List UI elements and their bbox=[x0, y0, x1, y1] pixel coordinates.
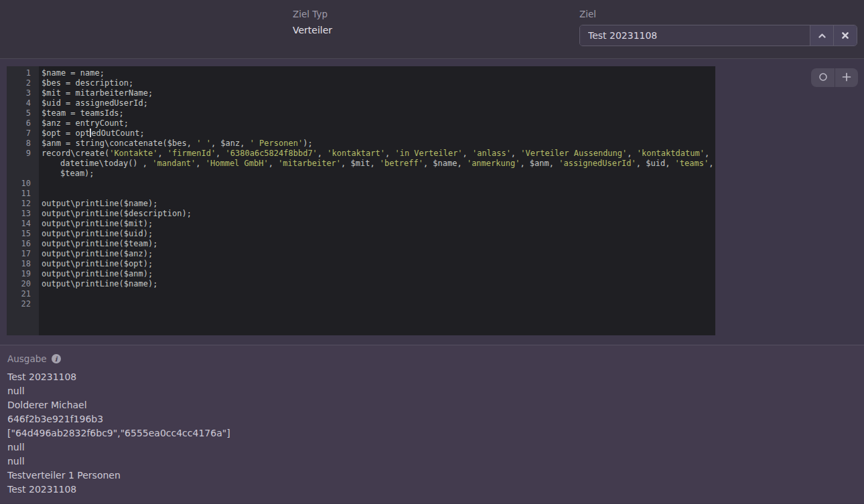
line-number: 6 bbox=[7, 118, 39, 129]
line-number: 13 bbox=[7, 209, 39, 219]
line-number: 7 bbox=[7, 129, 39, 139]
target-input[interactable] bbox=[580, 25, 810, 46]
output-line: null bbox=[7, 454, 857, 469]
code-line: 8$anm = string\concatenate($bes, ' ', $a… bbox=[7, 139, 715, 149]
output-section: Ausgabe i Test 20231108nullDolderer Mich… bbox=[0, 345, 864, 503]
code-line: 20output\printLine($name); bbox=[7, 279, 715, 289]
line-number: 19 bbox=[7, 269, 39, 279]
output-lines: Test 20231108nullDolderer Michael646f2b3… bbox=[7, 370, 857, 497]
clear-target-button[interactable] bbox=[833, 25, 857, 46]
code-line: 19output\printLine($anm); bbox=[7, 269, 715, 279]
line-number: 17 bbox=[7, 249, 39, 259]
target-type-value: Verteiler bbox=[293, 25, 332, 35]
code-line: 10 bbox=[7, 179, 715, 189]
target-input-group bbox=[579, 25, 857, 46]
info-icon: i bbox=[52, 354, 61, 363]
line-number: 2 bbox=[7, 78, 39, 88]
code-line: 11 bbox=[7, 189, 715, 199]
line-number: 20 bbox=[7, 279, 39, 289]
code-line: 3$mit = mitarbeiterName; bbox=[7, 88, 715, 98]
code-line: 16output\printLine($team); bbox=[7, 239, 715, 249]
line-number: 12 bbox=[7, 199, 39, 209]
text-cursor bbox=[90, 129, 91, 137]
code-line: 12output\printLine($name); bbox=[7, 199, 715, 209]
line-number: 15 bbox=[7, 229, 39, 239]
line-number: 8 bbox=[7, 139, 39, 149]
output-line: ["64d496ab2832f6bc9","6555ea0cc4cc4176a"… bbox=[7, 426, 857, 440]
line-number: 11 bbox=[7, 189, 39, 199]
circle-icon bbox=[818, 72, 828, 84]
code-line: 15output\printLine($uid); bbox=[7, 229, 715, 239]
code-lines: 1$name = name;2$bes = description;3$mit … bbox=[7, 68, 715, 309]
line-number: 9 bbox=[7, 149, 39, 159]
circle-button[interactable] bbox=[811, 68, 835, 87]
line-number: 16 bbox=[7, 239, 39, 249]
code-line: 6$anz = entryCount; bbox=[7, 118, 715, 129]
line-number: 22 bbox=[7, 299, 39, 309]
line-number: 1 bbox=[7, 68, 39, 78]
output-line: Testverteiler 1 Personen bbox=[7, 469, 857, 483]
target-type-field: Ziel Typ Verteiler bbox=[293, 9, 332, 35]
header: Ziel Typ Verteiler Ziel bbox=[0, 0, 864, 59]
code-line: 5$team = teamsIds; bbox=[7, 108, 715, 118]
code-line: 1$name = name; bbox=[7, 68, 715, 78]
add-button[interactable] bbox=[835, 68, 858, 87]
line-number: 3 bbox=[7, 88, 39, 98]
line-number: 14 bbox=[7, 219, 39, 229]
chevron-up-icon bbox=[818, 31, 826, 40]
plus-icon bbox=[842, 72, 851, 84]
line-number: 4 bbox=[7, 98, 39, 108]
output-line: Test 20231108 bbox=[7, 370, 857, 384]
code-line: 22 bbox=[7, 299, 715, 309]
code-line: 21 bbox=[7, 289, 715, 299]
output-line: Dolderer Michael bbox=[7, 398, 857, 412]
select-record-button[interactable] bbox=[810, 25, 833, 46]
code-editor[interactable]: 1$name = name;2$bes = description;3$mit … bbox=[7, 66, 715, 335]
x-icon bbox=[841, 31, 849, 39]
line-number: 10 bbox=[7, 179, 39, 189]
code-line: 14output\printLine($mit); bbox=[7, 219, 715, 229]
output-label: Ausgabe bbox=[7, 353, 47, 364]
code-line: 18output\printLine($opt); bbox=[7, 259, 715, 269]
line-number: 21 bbox=[7, 289, 39, 299]
line-number: 18 bbox=[7, 259, 39, 269]
editor-actions bbox=[811, 68, 858, 87]
output-header: Ausgabe i bbox=[7, 353, 857, 364]
output-line: null bbox=[7, 384, 857, 398]
line-number: 5 bbox=[7, 108, 39, 118]
output-line: Test 20231108 bbox=[7, 483, 857, 497]
target-type-label: Ziel Typ bbox=[293, 9, 332, 19]
output-line: 646f2b3e921f196b3 bbox=[7, 412, 857, 426]
formula-sandbox-page: Ziel Typ Verteiler Ziel bbox=[0, 0, 864, 504]
code-line: 7$opt = optedOutCount; bbox=[7, 129, 715, 139]
code-line: 4$uid = assignedUserId; bbox=[7, 98, 715, 108]
script-section: 1$name = name;2$bes = description;3$mit … bbox=[0, 59, 864, 345]
target-field: Ziel bbox=[579, 9, 857, 46]
target-label: Ziel bbox=[579, 9, 857, 19]
code-line: 17output\printLine($anz); bbox=[7, 249, 715, 259]
output-line: null bbox=[7, 440, 857, 454]
code-line: 2$bes = description; bbox=[7, 78, 715, 88]
code-line: 9record\create('Kontakte', 'firmenId', '… bbox=[7, 149, 715, 179]
code-line: 13output\printLine($description); bbox=[7, 209, 715, 219]
